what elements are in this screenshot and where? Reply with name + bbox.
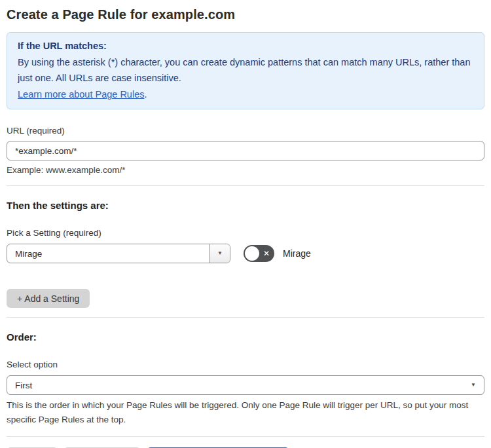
mirage-toggle[interactable]: ✕ — [244, 245, 274, 262]
divider — [7, 185, 484, 186]
setting-select-caret-button[interactable]: ▼ — [209, 244, 230, 263]
info-link-suffix: . — [144, 89, 147, 100]
info-box-heading: If the URL matches: — [18, 39, 473, 54]
toggle-knob — [245, 246, 259, 261]
info-box-body: By using the asterisk (*) character, you… — [18, 55, 473, 86]
toggle-label: Mirage — [283, 248, 311, 259]
pick-setting-label: Pick a Setting (required) — [7, 227, 484, 239]
url-label: URL (required) — [7, 125, 484, 137]
order-select[interactable]: First ▼ — [7, 375, 484, 395]
setting-row: Mirage ▼ ✕ Mirage — [7, 244, 484, 263]
order-select-label: Select option — [7, 359, 484, 371]
toggle-off-icon: ✕ — [263, 250, 270, 257]
page-container: Create a Page Rule for example.com If th… — [0, 5, 491, 448]
divider — [7, 317, 484, 318]
order-helper-text: This is the order in which your Page Rul… — [7, 398, 478, 427]
chevron-down-icon: ▼ — [217, 251, 223, 256]
setting-select[interactable]: Mirage ▼ — [7, 244, 230, 263]
url-input[interactable] — [7, 141, 484, 160]
order-section-heading: Order: — [7, 331, 484, 343]
learn-more-link[interactable]: Learn more about Page Rules — [18, 89, 144, 100]
chevron-down-icon: ▼ — [471, 383, 476, 388]
settings-section-heading: Then the settings are: — [7, 199, 484, 212]
add-setting-button[interactable]: + Add a Setting — [7, 289, 90, 308]
page-title: Create a Page Rule for example.com — [7, 5, 484, 24]
url-match-info-box: If the URL matches: By using the asteris… — [7, 32, 484, 109]
order-select-value: First — [15, 381, 32, 390]
url-helper-text: Example: www.example.com/* — [7, 164, 484, 176]
info-link-line: Learn more about Page Rules. — [18, 87, 473, 102]
setting-select-value: Mirage — [7, 244, 209, 263]
divider — [7, 436, 484, 437]
